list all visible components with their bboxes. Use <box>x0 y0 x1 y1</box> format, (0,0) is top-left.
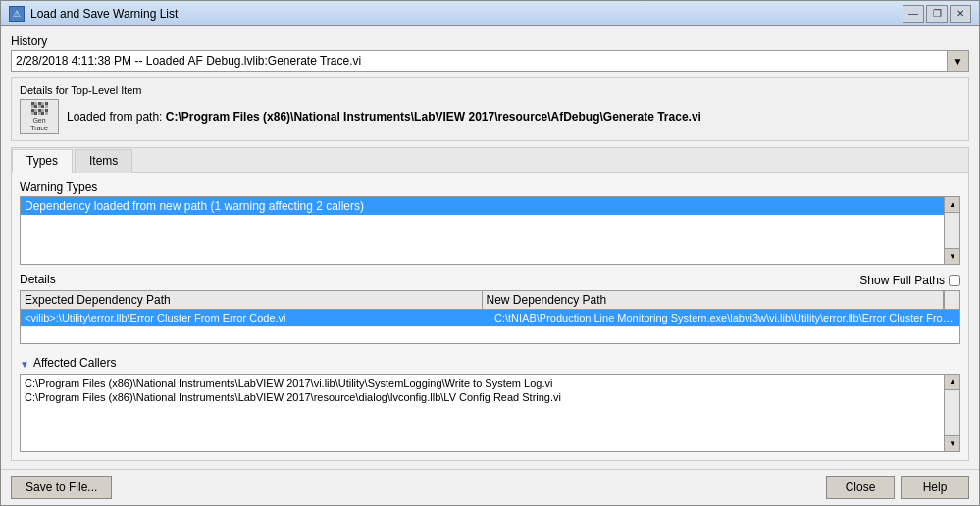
col-header-expected: Expected Dependency Path <box>21 291 483 309</box>
history-row: ▼ <box>11 50 969 72</box>
minimize-button[interactable]: — <box>903 5 924 23</box>
gen-trace-icon: GenTrace <box>20 99 59 134</box>
tabs-header: Types Items <box>12 148 968 173</box>
details-area: Details Show Full Paths Expected Depende… <box>20 273 960 344</box>
top-level-label-wrap: Details for Top-Level Item GenTrace Load… <box>20 84 701 134</box>
history-input[interactable] <box>11 50 948 72</box>
top-level-label: Details for Top-Level Item <box>20 84 142 96</box>
main-window: ⚠ Load and Save Warning List — ❐ ✕ Histo… <box>0 0 980 506</box>
title-bar: ⚠ Load and Save Warning List — ❐ ✕ <box>1 1 979 26</box>
caller-item-1[interactable]: C:\Program Files (x86)\National Instrume… <box>25 390 940 404</box>
table-cell-new-0: C:\tNIAB\Production Line Monitoring Syst… <box>490 310 959 326</box>
history-section: History ▼ <box>11 34 969 72</box>
details-header: Details Show Full Paths <box>20 273 960 288</box>
warning-type-item-0[interactable]: Dependency loaded from new path (1 warni… <box>21 197 944 215</box>
top-level-path: Loaded from path: C:\Program Files (x86)… <box>67 110 701 124</box>
col-header-new: New Dependency Path <box>483 291 945 309</box>
warning-types-box: ▲ ▼ Dependency loaded from new path (1 w… <box>20 196 960 265</box>
table-cell-expected-0: <vilib>:\Utility\error.llb\Error Cluster… <box>21 310 490 326</box>
caller-item-0[interactable]: C:\Program Files (x86)\National Instrume… <box>25 377 940 390</box>
warning-types-label: Warning Types <box>20 180 960 194</box>
window-title: Load and Save Warning List <box>30 7 178 21</box>
affected-callers-label: Affected Callers <box>33 356 117 370</box>
affected-callers-header: ▼ Affected Callers <box>20 356 960 372</box>
table-header: Expected Dependency Path New Dependency … <box>21 291 959 310</box>
tab-content: Warning Types ▲ ▼ Dependency loaded from… <box>12 173 968 460</box>
history-label: History <box>11 34 969 48</box>
affected-callers-section: ▼ Affected Callers ▲ ▼ C:\Program Files … <box>20 356 960 452</box>
show-full-paths: Show Full Paths <box>859 274 960 287</box>
scroll-up-arrow[interactable]: ▲ <box>945 197 960 213</box>
close-button[interactable]: Close <box>826 476 895 499</box>
tab-types[interactable]: Types <box>12 149 73 173</box>
path-prefix: Loaded from path: <box>67 110 166 124</box>
bottom-right-buttons: Close Help <box>826 476 969 499</box>
bottom-bar: Save to File... Close Help <box>1 469 979 505</box>
tabs-section: Types Items Warning Types ▲ ▼ <box>11 147 969 461</box>
save-to-file-button[interactable]: Save to File... <box>11 476 112 499</box>
close-window-button[interactable]: ✕ <box>950 5 971 23</box>
scroll-down-arrow[interactable]: ▼ <box>945 248 960 264</box>
tab-items[interactable]: Items <box>75 149 132 173</box>
title-bar-buttons: — ❐ ✕ <box>903 5 971 23</box>
warning-types-scrollbar[interactable]: ▲ ▼ <box>944 197 959 264</box>
callers-scroll-up[interactable]: ▲ <box>945 375 960 390</box>
table-body: <vilib>:\Utility\error.llb\Error Cluster… <box>21 310 959 343</box>
main-content: History ▼ Details for Top-Level Item <box>1 26 979 469</box>
window-icon: ⚠ <box>9 6 25 22</box>
callers-scrollbar[interactable]: ▲ ▼ <box>944 375 959 451</box>
callers-content: C:\Program Files (x86)\National Instrume… <box>21 375 944 406</box>
details-label: Details <box>20 273 56 286</box>
history-dropdown-button[interactable]: ▼ <box>948 50 969 72</box>
title-bar-left: ⚠ Load and Save Warning List <box>9 6 178 22</box>
callers-list: ▲ ▼ C:\Program Files (x86)\National Inst… <box>20 374 960 452</box>
restore-button[interactable]: ❐ <box>926 5 948 23</box>
warning-types-inner: Dependency loaded from new path (1 warni… <box>21 197 944 215</box>
path-value: C:\Program Files (x86)\National Instrume… <box>166 110 701 124</box>
show-full-paths-checkbox[interactable] <box>949 275 960 286</box>
warning-types-section: Warning Types ▲ ▼ Dependency loaded from… <box>20 180 960 265</box>
callers-scroll-down[interactable]: ▼ <box>945 435 960 451</box>
show-full-paths-label: Show Full Paths <box>859 274 945 287</box>
table-row-0[interactable]: <vilib>:\Utility\error.llb\Error Cluster… <box>21 310 959 327</box>
collapse-arrow[interactable]: ▼ <box>20 359 29 370</box>
top-level-details: Details for Top-Level Item GenTrace Load… <box>11 77 969 141</box>
help-button[interactable]: Help <box>901 476 969 499</box>
details-table: Expected Dependency Path New Dependency … <box>20 290 960 344</box>
